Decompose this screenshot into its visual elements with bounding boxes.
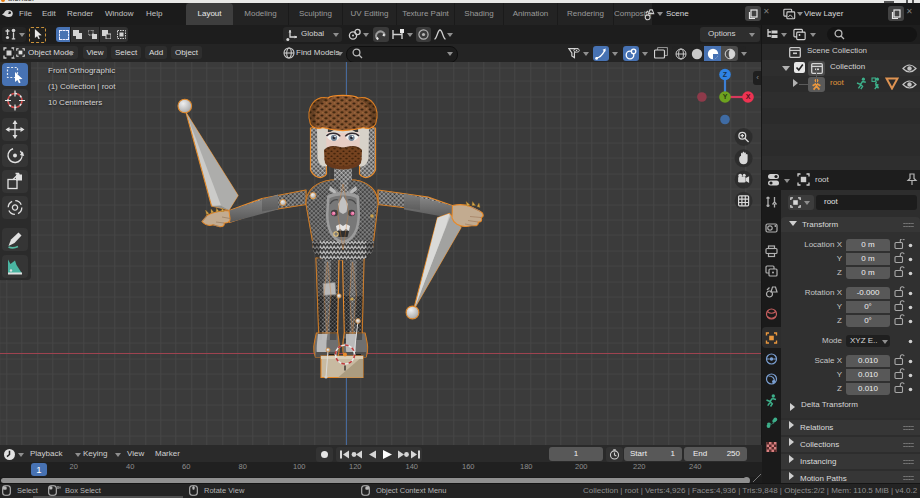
svg-text:Z: Z [723,71,728,78]
svg-text:X: X [746,93,751,100]
svg-text:Y: Y [723,93,728,100]
